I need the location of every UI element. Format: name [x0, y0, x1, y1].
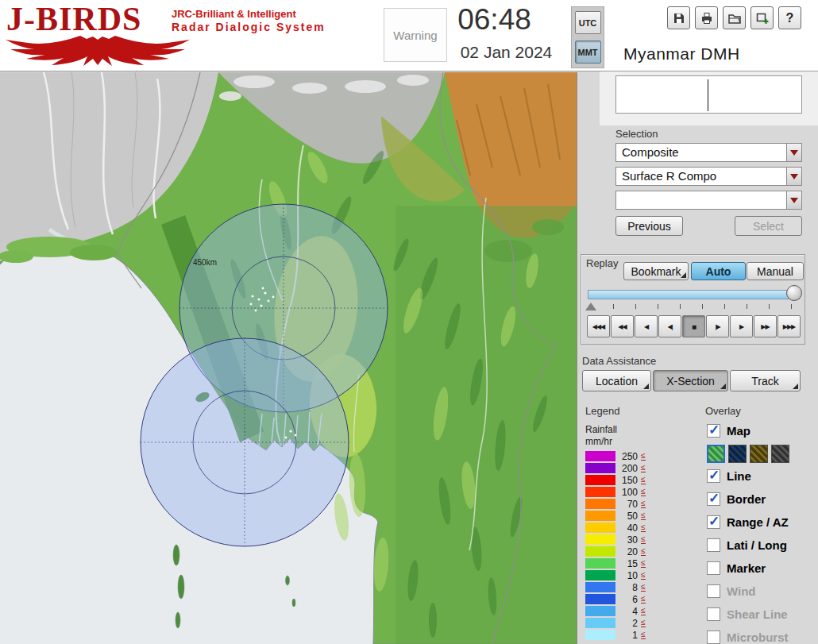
- auto-button[interactable]: Auto: [691, 262, 746, 280]
- checkbox[interactable]: ✓: [707, 424, 720, 438]
- composite-dropdown[interactable]: Composite: [615, 143, 802, 162]
- mmt-button[interactable]: MMT: [575, 40, 601, 64]
- overlay-item-range-az[interactable]: ✓Range / AZ: [707, 511, 789, 534]
- legend-lte-symbol: ≤: [641, 464, 646, 472]
- slider-tick: [747, 304, 747, 309]
- map-style-swatch-dark-olive[interactable]: [750, 445, 768, 463]
- replay-slider-thumb[interactable]: [786, 285, 802, 301]
- legend-color-swatch: [585, 594, 615, 604]
- app-window: J-BIRDS JRC-Brilliant & Intelligent Rada…: [0, 0, 818, 644]
- legend-row: 100≤: [585, 486, 646, 498]
- map-style-swatch-dark-navy[interactable]: [728, 445, 747, 463]
- legend-lte-symbol: ≤: [641, 583, 646, 592]
- eagle-logo-icon: [4, 35, 191, 70]
- step-back-button[interactable]: ◀|: [658, 315, 681, 337]
- new-window-icon: [755, 11, 770, 25]
- save-button[interactable]: [667, 6, 690, 29]
- status-display-box[interactable]: [615, 75, 802, 114]
- overlay-label: Line: [727, 469, 751, 483]
- checkmark-icon: ✓: [708, 490, 720, 507]
- legend-row: 200≤: [585, 462, 646, 474]
- legend-unit-line1: Rainfall: [585, 424, 617, 435]
- slider-tick: [613, 304, 614, 309]
- overlay-item-line[interactable]: ✓Line: [707, 465, 789, 488]
- replay-slider-track[interactable]: [588, 290, 800, 299]
- new-window-button[interactable]: [750, 6, 774, 29]
- legend-section-label: Legend: [585, 405, 619, 417]
- overlay-item-marker[interactable]: Marker: [707, 557, 789, 580]
- help-button[interactable]: ?: [778, 6, 801, 29]
- overlay-item-lati-long[interactable]: Lati / Long: [707, 534, 789, 557]
- legend-lte-symbol: ≤: [641, 559, 646, 568]
- legend-lte-symbol: ≤: [641, 523, 646, 532]
- legend-row: 8≤: [585, 581, 646, 593]
- replay-slider-ticks: [613, 304, 792, 309]
- step-forward-button[interactable]: |▶: [706, 315, 729, 337]
- checkbox[interactable]: ✓: [707, 469, 720, 483]
- dropdown-arrow-button[interactable]: [786, 191, 801, 209]
- product-dropdown[interactable]: Surface R Compo: [615, 167, 802, 186]
- fast-rewind-button[interactable]: ◀◀: [611, 315, 634, 337]
- x-section-button[interactable]: X-Section: [653, 370, 728, 391]
- map-style-swatch-terrain-green[interactable]: [707, 445, 725, 463]
- composite-dropdown-value: Composite: [622, 144, 679, 161]
- radar-coverage-south: [141, 338, 349, 546]
- playback-buttons: ◀◀◀◀◀◀◀|■|▶▶▶▶▶▶▶: [587, 315, 801, 337]
- previous-button[interactable]: Previous: [615, 216, 683, 236]
- select-button[interactable]: Select: [735, 216, 802, 236]
- option-dropdown[interactable]: [615, 191, 802, 210]
- stop-button[interactable]: ■: [682, 315, 705, 337]
- legend-color-swatch: [585, 606, 615, 616]
- map-canvas[interactable]: 450km: [0, 72, 577, 644]
- checkmark-icon: ✓: [708, 422, 720, 438]
- legend-value: 2: [615, 618, 638, 629]
- utc-button[interactable]: UTC: [575, 11, 601, 34]
- track-button[interactable]: Track: [730, 370, 801, 391]
- replay-section-label: Replay: [586, 257, 618, 269]
- legend-value: 40: [615, 523, 638, 534]
- forward-end-button[interactable]: ▶▶▶: [777, 315, 801, 337]
- checkbox[interactable]: ✓: [707, 492, 720, 506]
- fast-forward-button[interactable]: ▶▶: [754, 315, 777, 337]
- legend-row: 40≤: [585, 522, 646, 534]
- checkbox[interactable]: [707, 538, 720, 552]
- checkmark-icon: ✓: [708, 467, 720, 484]
- slider-tick: [724, 304, 725, 309]
- checkbox[interactable]: ✓: [707, 515, 720, 529]
- legend-color-swatch: [585, 451, 615, 461]
- legend-row: 2≤: [585, 617, 646, 629]
- open-file-button[interactable]: [723, 6, 746, 29]
- dropdown-arrow-button[interactable]: [786, 168, 801, 185]
- legend-lte-symbol: ≤: [641, 631, 646, 639]
- checkbox: [707, 607, 720, 621]
- map-style-swatch-dark-gray[interactable]: [771, 445, 789, 463]
- location-button[interactable]: Location: [582, 370, 651, 391]
- legend-lte-symbol: ≤: [641, 535, 646, 544]
- rewind-start-button[interactable]: ◀◀◀: [587, 315, 610, 337]
- legend-row: 6≤: [585, 593, 646, 605]
- checkbox: [707, 631, 720, 644]
- overlay-item-map[interactable]: ✓Map: [707, 419, 789, 442]
- play-backward-button[interactable]: ◀: [635, 315, 658, 337]
- legend-row: 4≤: [585, 605, 646, 617]
- legend-color-swatch: [585, 630, 615, 640]
- legend-value: 15: [615, 558, 638, 569]
- manual-button[interactable]: Manual: [747, 262, 804, 280]
- overlay-item-border[interactable]: ✓Border: [707, 488, 789, 511]
- overlay-label: Lati / Long: [727, 538, 787, 552]
- print-button[interactable]: [695, 6, 718, 29]
- legend-lte-symbol: ≤: [641, 607, 646, 615]
- legend-row: 1≤: [585, 629, 646, 641]
- legend-value: 6: [615, 594, 638, 605]
- range-ring-label: 450km: [193, 258, 217, 267]
- logo-tagline-2: Radar Dialogic System: [172, 21, 326, 33]
- map-area[interactable]: 450km: [0, 72, 577, 644]
- bookmark-button[interactable]: Bookmark: [623, 262, 689, 280]
- play-button[interactable]: ▶: [730, 315, 753, 337]
- overlay-label: Border: [727, 492, 766, 506]
- legend-color-swatch: [585, 499, 615, 509]
- checkbox[interactable]: [707, 561, 720, 575]
- slider-tick: [769, 304, 770, 309]
- dropdown-arrow-button[interactable]: [786, 144, 801, 161]
- overlay-label: Range / AZ: [727, 515, 789, 529]
